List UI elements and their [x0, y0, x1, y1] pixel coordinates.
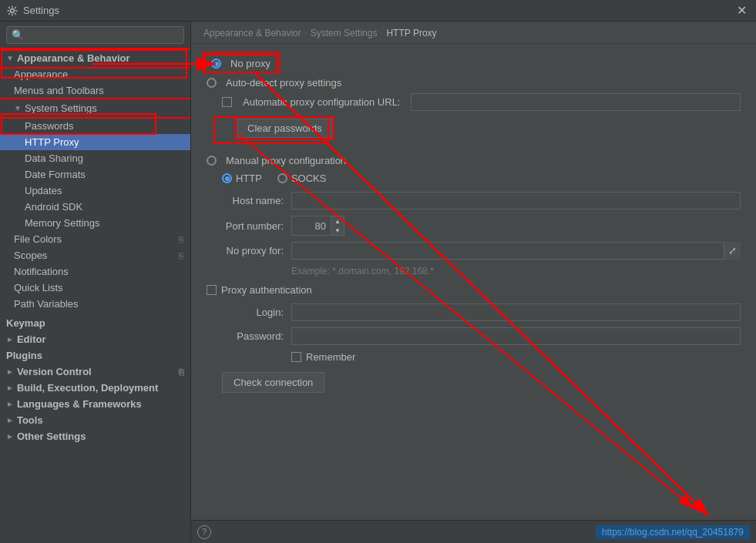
- sidebar-item-http-proxy[interactable]: HTTP Proxy: [0, 134, 190, 150]
- sidebar-item-appearance[interactable]: Appearance: [0, 66, 190, 82]
- sidebar-item-keymap[interactable]: Keymap: [0, 315, 190, 331]
- sidebar-item-quick-lists[interactable]: Quick Lists: [0, 280, 190, 296]
- window-title: Settings: [23, 5, 59, 16]
- arrow-icon: ►: [6, 432, 14, 441]
- title-bar-left: Settings: [6, 5, 59, 17]
- copy-icon: ⎘: [179, 235, 184, 244]
- proxy-auth-checkbox[interactable]: [207, 285, 217, 295]
- sidebar-item-menus-toolbars[interactable]: Menus and Toolbars: [0, 82, 190, 99]
- sidebar-item-system-settings[interactable]: ▼ System Settings: [0, 100, 190, 116]
- arrow-icon: ►: [6, 416, 14, 424]
- host-name-input[interactable]: [291, 192, 741, 209]
- no-proxy-for-wrap: ⤢: [291, 242, 741, 260]
- no-proxy-label: No proxy: [230, 58, 270, 69]
- http-option[interactable]: HTTP: [222, 173, 262, 184]
- sidebar-item-label: Version Control: [17, 366, 92, 377]
- copy-icon: ⎘: [179, 367, 184, 377]
- login-row: Login:: [207, 303, 741, 321]
- socks-option[interactable]: SOCKS: [277, 173, 327, 184]
- auto-config-checkbox[interactable]: [222, 97, 232, 107]
- sidebar-item-label: Menus and Toolbars: [14, 85, 104, 96]
- password-input[interactable]: [291, 327, 741, 345]
- url-display: https://blog.csdn.net/qq_20451879: [596, 525, 750, 539]
- sidebar-item-scopes[interactable]: Scopes ⎘: [0, 247, 190, 263]
- breadcrumb-separator: ›: [304, 28, 307, 39]
- port-input[interactable]: [292, 218, 331, 234]
- sidebar-item-label: Tools: [17, 414, 43, 426]
- close-button[interactable]: ✕: [734, 2, 750, 19]
- sidebar-item-label: Quick Lists: [14, 282, 63, 293]
- auto-detect-radio[interactable]: [207, 78, 217, 88]
- sidebar-item-passwords[interactable]: Passwords: [0, 118, 190, 134]
- arrow-icon: ►: [6, 400, 14, 408]
- sidebar-item-other-settings[interactable]: ► Other Settings: [0, 428, 190, 444]
- remember-checkbox[interactable]: [291, 352, 301, 362]
- sidebar-item-plugins[interactable]: Plugins: [0, 347, 190, 364]
- breadcrumb-item-1: Appearance & Behavior: [203, 28, 301, 39]
- login-input[interactable]: [291, 303, 741, 321]
- breadcrumb: Appearance & Behavior › System Settings …: [191, 22, 756, 44]
- arrow-icon: ►: [6, 384, 14, 392]
- sidebar-item-notifications[interactable]: Notifications: [0, 263, 190, 280]
- bottom-bar: ? https://blog.csdn.net/qq_20451879: [191, 520, 756, 543]
- sidebar-item-date-formats[interactable]: Date Formats: [0, 166, 190, 183]
- clear-passwords-container: Clear passwords: [207, 114, 741, 146]
- sidebar-item-path-variables[interactable]: Path Variables: [0, 296, 190, 312]
- sidebar-item-label: Appearance: [14, 69, 68, 80]
- svg-point-8: [11, 8, 15, 12]
- port-input-wrap: ▲ ▼: [291, 216, 344, 236]
- sidebar-item-label: Plugins: [6, 350, 42, 361]
- no-proxy-for-row: No proxy for: ⤢: [207, 242, 741, 260]
- sidebar-item-android-sdk[interactable]: Android SDK: [0, 199, 190, 215]
- help-button[interactable]: ?: [197, 525, 211, 539]
- sidebar-item-updates[interactable]: Updates: [0, 183, 190, 199]
- settings-icon: [6, 5, 18, 17]
- auto-config-url-input[interactable]: [411, 93, 741, 111]
- port-number-label: Port number:: [207, 220, 291, 232]
- sidebar-item-label: Data Sharing: [25, 153, 83, 164]
- sidebar-item-label: System Settings: [25, 102, 97, 114]
- sidebar-item-label: File Colors: [14, 233, 62, 245]
- main-layout: ▼ Appearance & Behavior Appearance Menus…: [0, 22, 756, 543]
- sidebar-item-data-sharing[interactable]: Data Sharing: [0, 150, 190, 166]
- port-number-row: Port number: ▲ ▼: [207, 216, 741, 236]
- auto-detect-option[interactable]: Auto-detect proxy settings: [207, 77, 741, 89]
- example-text: Example: *.domain.com, 192.168.*: [207, 266, 741, 277]
- sidebar-item-tools[interactable]: ► Tools: [0, 412, 190, 428]
- sidebar-item-label: Other Settings: [17, 431, 86, 442]
- check-connection-button[interactable]: Check connection: [222, 372, 324, 393]
- sidebar-item-label: HTTP Proxy: [25, 136, 79, 148]
- password-label: Password:: [207, 330, 291, 342]
- sidebar-item-build-execution[interactable]: ► Build, Execution, Deployment: [0, 380, 190, 396]
- manual-proxy-label: Manual proxy configuration: [226, 155, 346, 166]
- socks-label: SOCKS: [291, 173, 327, 184]
- port-decrement-button[interactable]: ▼: [331, 226, 344, 235]
- auto-config-row: Automatic proxy configuration URL:: [207, 93, 741, 111]
- password-row: Password:: [207, 327, 741, 345]
- sidebar-item-languages-frameworks[interactable]: ► Languages & Frameworks: [0, 396, 190, 412]
- host-name-label: Host name:: [207, 195, 291, 206]
- sidebar-item-editor[interactable]: ► Editor: [0, 331, 190, 347]
- socks-radio[interactable]: [277, 173, 287, 183]
- http-radio[interactable]: [222, 173, 232, 183]
- no-proxy-option[interactable]: No proxy: [207, 56, 275, 71]
- sidebar-item-file-colors[interactable]: File Colors ⎘: [0, 231, 190, 247]
- manual-proxy-radio[interactable]: [207, 156, 217, 166]
- manual-proxy-option[interactable]: Manual proxy configuration: [207, 155, 741, 166]
- expand-button[interactable]: ⤢: [724, 242, 741, 260]
- sidebar-item-label: Android SDK: [25, 201, 82, 213]
- remember-label: Remember: [306, 351, 355, 363]
- sidebar-item-label: Passwords: [25, 120, 74, 132]
- sidebar-item-label: Path Variables: [14, 298, 79, 310]
- sidebar-item-appearance-behavior[interactable]: ▼ Appearance & Behavior: [0, 50, 190, 66]
- no-proxy-radio[interactable]: [211, 59, 221, 69]
- arrow-icon: ▼: [6, 54, 14, 62]
- port-increment-button[interactable]: ▲: [331, 216, 344, 226]
- proxy-auth-row: Proxy authentication: [207, 284, 741, 296]
- search-input[interactable]: [6, 26, 184, 44]
- sidebar-item-version-control[interactable]: ► Version Control ⎘: [0, 364, 190, 380]
- sidebar-item-memory-settings[interactable]: Memory Settings: [0, 215, 190, 231]
- no-proxy-for-input[interactable]: [291, 242, 741, 260]
- clear-passwords-button[interactable]: Clear passwords: [237, 119, 332, 138]
- sidebar-item-label: Scopes: [14, 250, 47, 261]
